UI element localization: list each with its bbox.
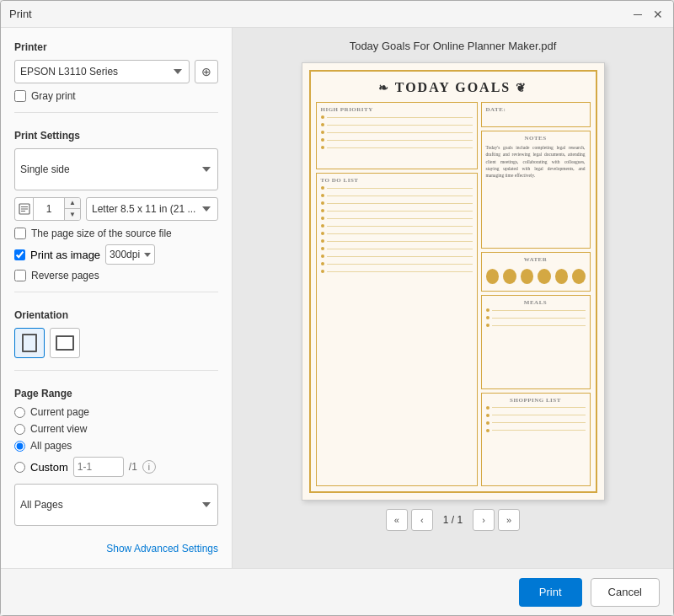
- all-pages-label[interactable]: All pages: [30, 440, 72, 452]
- water-circle-4: [538, 269, 551, 284]
- spinner-down-button[interactable]: ▼: [65, 209, 80, 221]
- custom-input[interactable]: [73, 457, 124, 477]
- date-section: DATE:: [481, 102, 591, 127]
- current-view-radio[interactable]: [14, 424, 25, 435]
- title-bar: Print ─ ✕: [1, 1, 673, 28]
- orientation-row: [14, 328, 218, 358]
- current-page-label[interactable]: Current page: [30, 406, 89, 418]
- info-icon[interactable]: i: [142, 460, 156, 474]
- print-as-image-label[interactable]: Print as image: [30, 249, 100, 261]
- nav-last-button[interactable]: »: [498, 509, 520, 531]
- todo-section: TO DO LIST: [316, 173, 478, 486]
- portrait-button[interactable]: [14, 328, 45, 358]
- gray-print-row: Gray print: [14, 90, 218, 102]
- pdf-body: HIGH PRIORITY: [316, 102, 591, 486]
- current-page-radio[interactable]: [14, 407, 25, 418]
- notes-section: NOTES Today's goals include completing l…: [481, 131, 591, 249]
- all-pages-row: All pages: [14, 440, 218, 452]
- svg-rect-2: [21, 209, 28, 210]
- custom-radio[interactable]: [14, 462, 25, 473]
- landscape-icon: [56, 335, 74, 351]
- minimize-button[interactable]: ─: [631, 8, 645, 21]
- pdf-page: ❧ TODAY GOALS ❦ HIGH PRIORITY: [302, 63, 604, 500]
- high-priority-lines: [321, 115, 473, 151]
- close-button[interactable]: ✕: [651, 8, 665, 21]
- advanced-settings-link[interactable]: Show Advanced Settings: [14, 533, 218, 554]
- high-priority-section: HIGH PRIORITY: [316, 102, 478, 169]
- title-bar-controls: ─ ✕: [631, 8, 665, 21]
- nav-prev-button[interactable]: ‹: [411, 509, 433, 531]
- print-as-image-checkbox[interactable]: [14, 249, 25, 260]
- window-title: Print: [9, 8, 32, 20]
- all-pages-filter-select[interactable]: All Pages: [14, 484, 218, 526]
- spinner-buttons: ▲ ▼: [64, 197, 80, 221]
- nav-next-button[interactable]: ›: [473, 509, 495, 531]
- spinner-up-button[interactable]: ▲: [65, 197, 80, 209]
- nav-bar: « ‹ 1 / 1 › »: [386, 509, 520, 531]
- svg-rect-3: [21, 211, 25, 212]
- main-content: Printer EPSON L3110 Series ⊕ Gray print …: [1, 28, 673, 568]
- notes-text: Today's goals include completing legal r…: [486, 144, 586, 179]
- page-size-source-label[interactable]: The page size of the source file: [31, 228, 172, 239]
- current-page-row: Current page: [14, 406, 218, 418]
- pdf-outer-border: ❧ TODAY GOALS ❦ HIGH PRIORITY: [309, 70, 597, 493]
- paper-size-select[interactable]: Letter 8.5 x 11 in (21 ...: [86, 197, 218, 221]
- printer-select-row: EPSON L3110 Series ⊕: [14, 60, 218, 83]
- current-view-label[interactable]: Current view: [30, 423, 87, 435]
- print-as-image-row: Print as image 300dpi: [14, 244, 218, 265]
- reverse-pages-label[interactable]: Reverse pages: [31, 270, 99, 281]
- orientation-label: Orientation: [14, 309, 218, 321]
- meals-lines: [486, 308, 586, 329]
- pdf-title: Today Goals For Online Planner Maker.pdf: [350, 40, 557, 52]
- landscape-button[interactable]: [50, 328, 80, 358]
- sides-select[interactable]: Single side: [14, 148, 218, 190]
- page-range-label: Page Range: [14, 388, 218, 399]
- left-panel: Printer EPSON L3110 Series ⊕ Gray print …: [1, 28, 233, 568]
- svg-rect-1: [21, 206, 28, 207]
- printer-section-label: Printer: [14, 41, 218, 53]
- pdf-page-title: TODAY GOALS: [395, 80, 511, 95]
- water-circle-6: [572, 269, 586, 284]
- shopping-lines: [486, 406, 586, 434]
- custom-label[interactable]: Custom: [30, 461, 68, 474]
- dpi-select[interactable]: 300dpi: [105, 244, 155, 265]
- pdf-right-col: DATE: NOTES Today's goals include comple…: [481, 102, 591, 486]
- water-circle-5: [555, 269, 569, 284]
- water-circle-3: [521, 269, 534, 284]
- portrait-icon: [22, 334, 37, 352]
- nav-page-info: 1 / 1: [436, 514, 469, 526]
- current-view-row: Current view: [14, 423, 218, 435]
- footer: Print Cancel: [1, 568, 673, 615]
- todo-lines: [321, 186, 473, 275]
- page-size-source-row: The page size of the source file: [14, 228, 218, 239]
- pdf-left-col: HIGH PRIORITY: [316, 102, 478, 486]
- add-printer-button[interactable]: ⊕: [195, 60, 218, 83]
- add-printer-icon: ⊕: [201, 65, 211, 78]
- water-circle-2: [503, 269, 516, 284]
- high-priority-title: HIGH PRIORITY: [321, 106, 473, 113]
- shopping-section: SHOPPING LIST: [481, 393, 591, 487]
- cancel-button[interactable]: Cancel: [591, 578, 660, 607]
- nav-first-button[interactable]: «: [386, 509, 408, 531]
- page-count-spinner: 1 ▲ ▼: [14, 197, 81, 221]
- all-pages-radio[interactable]: [14, 441, 25, 452]
- print-dialog: Print ─ ✕ Printer EPSON L3110 Series ⊕ G…: [0, 0, 674, 616]
- todo-title: TO DO LIST: [321, 177, 473, 184]
- water-circle-1: [486, 269, 500, 284]
- meals-section: MEALS: [481, 295, 591, 389]
- print-button[interactable]: Print: [519, 578, 582, 607]
- page-count-input[interactable]: 1: [34, 197, 64, 221]
- water-section: WATER: [481, 252, 591, 292]
- separator-1: [14, 112, 218, 113]
- reverse-pages-row: Reverse pages: [14, 270, 218, 281]
- custom-page-count: /1: [129, 461, 137, 473]
- page-size-source-checkbox[interactable]: [14, 228, 26, 239]
- print-settings-label: Print Settings: [14, 130, 218, 142]
- printer-select[interactable]: EPSON L3110 Series: [14, 60, 190, 83]
- gray-print-checkbox[interactable]: [14, 90, 26, 102]
- reverse-pages-checkbox[interactable]: [14, 270, 26, 281]
- notes-title: NOTES: [486, 135, 586, 142]
- pdf-page-title-row: ❧ TODAY GOALS ❦: [316, 77, 591, 99]
- gray-print-label[interactable]: Gray print: [31, 90, 76, 102]
- right-panel: Today Goals For Online Planner Maker.pdf…: [233, 28, 673, 568]
